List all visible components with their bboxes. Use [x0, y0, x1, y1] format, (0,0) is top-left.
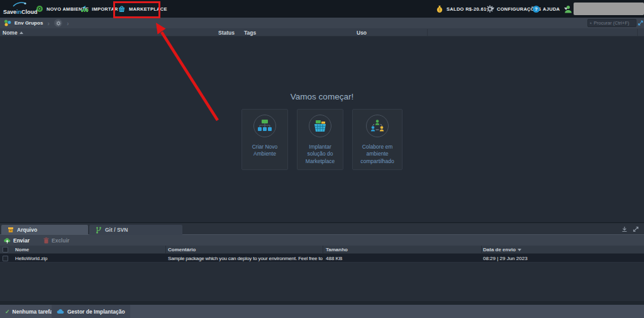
- help-label: AJUDA: [543, 6, 560, 12]
- status-bar: ✓ Nenhuma tarefa ativa Gestor de Implant…: [0, 305, 644, 318]
- archive-icon: [8, 227, 14, 233]
- upload-label: Enviar: [13, 237, 30, 244]
- env-groups-settings-button[interactable]: [54, 19, 62, 27]
- column-header-nome[interactable]: Nome: [15, 246, 29, 254]
- help-icon: ?: [533, 6, 540, 13]
- help-dropdown[interactable]: ? AJUDA: [533, 0, 568, 18]
- column-divider: [323, 246, 323, 253]
- column-divider: [427, 29, 428, 36]
- deploy-marketplace-card[interactable]: Implantar solução do Marketplace: [297, 109, 343, 170]
- saveincloud-logo[interactable]: SaveinCloud: [3, 1, 36, 16]
- deployment-manager-statusbar-tab[interactable]: Gestor de Implantação: [52, 305, 130, 318]
- delete-label: Excluir: [52, 237, 69, 244]
- user-icon[interactable]: [564, 5, 572, 13]
- balance-label: SALDO R$-20.61: [447, 6, 486, 12]
- new-environment-icon: [36, 5, 43, 13]
- breadcrumb-separator: ›: [47, 20, 50, 27]
- import-icon: [80, 5, 89, 13]
- cell-data-envio: 08:29 | 29 Jun 2023: [483, 254, 577, 263]
- breadcrumb-bar: Env Grupos › ›: [0, 18, 644, 28]
- collaborate-card[interactable]: Colabore em ambiente compartilhado: [352, 109, 402, 170]
- deployment-toolbar: Enviar Excluir: [0, 235, 644, 246]
- row-checkbox[interactable]: [3, 254, 8, 263]
- marketplace-icon: [118, 5, 126, 13]
- topbar: SaveinCloud NOVO AMBIENTE IMPORTAR: [0, 0, 644, 18]
- column-divider: [165, 246, 166, 253]
- tab-git-svn-label: Git / SVN: [105, 227, 128, 233]
- column-header-uso[interactable]: Uso: [357, 28, 367, 37]
- deployment-tabs: Arquivo Git / SVN: [0, 224, 644, 235]
- getting-started-title: Vamos começar!: [0, 92, 644, 101]
- upload-cloud-icon: [4, 237, 11, 244]
- panel-window-buttons: [621, 226, 639, 232]
- import-label: IMPORTAR: [92, 6, 118, 12]
- marketplace-basket-icon: [313, 119, 328, 133]
- deploy-marketplace-label: Implantar solução do Marketplace: [300, 144, 340, 165]
- tab-arquivo[interactable]: Arquivo: [1, 225, 88, 235]
- marketplace-button[interactable]: MARKETPLACE: [118, 0, 167, 18]
- tab-git-svn[interactable]: Git / SVN: [89, 225, 182, 235]
- logo-text: SaveinCloud: [3, 9, 38, 15]
- cloud-icon: [57, 309, 64, 314]
- column-header-nome[interactable]: Nome: [3, 28, 23, 37]
- column-header-tamanho[interactable]: Tamanho: [326, 246, 348, 254]
- check-icon: ✓: [5, 309, 10, 315]
- icon-circle: [366, 115, 389, 137]
- upload-button[interactable]: Enviar: [4, 237, 30, 244]
- environments-table-header: Nome Status Tags Uso: [0, 28, 644, 37]
- environments-list-area: Vamos começar! Criar Novo Ambiente: [0, 37, 644, 222]
- column-header-tags[interactable]: Tags: [244, 28, 256, 37]
- tab-arquivo-label: Arquivo: [17, 227, 37, 233]
- icon-circle: [309, 115, 331, 137]
- header-checkbox[interactable]: [3, 246, 8, 254]
- svg-text:!: !: [439, 7, 440, 11]
- sort-asc-icon: [19, 31, 23, 34]
- env-groups-icon: [4, 20, 11, 26]
- money-bag-icon: !: [436, 5, 443, 13]
- getting-started-cards: Criar Novo Ambiente Implantar solução do…: [0, 109, 644, 170]
- breadcrumb-separator: ›: [67, 20, 69, 27]
- search-icon: [590, 21, 592, 26]
- collaboration-icon: [370, 119, 385, 133]
- column-header-status[interactable]: Status: [218, 28, 235, 37]
- import-button[interactable]: IMPORTAR: [80, 0, 118, 18]
- breadcrumb-env-groups[interactable]: Env Grupos: [14, 20, 43, 26]
- redacted-account-name: [574, 3, 644, 15]
- icon-circle: [253, 115, 276, 137]
- sort-desc-icon: [518, 249, 521, 251]
- rocket-swoosh-icon: [12, 1, 27, 8]
- search-box[interactable]: [587, 19, 636, 27]
- getting-started: Vamos começar! Criar Novo Ambiente: [0, 92, 644, 170]
- column-divider: [481, 246, 482, 253]
- new-environment-topology-icon: [257, 119, 272, 133]
- gear-icon: [486, 5, 494, 13]
- deployment-manager-tab-label: Gestor de Implantação: [67, 309, 125, 315]
- create-environment-card[interactable]: Criar Novo Ambiente: [242, 109, 288, 170]
- deployment-manager-panel: Arquivo Git / SVN: [0, 222, 644, 301]
- trash-icon: [43, 237, 49, 244]
- cell-tamanho: 488 KB: [326, 254, 401, 263]
- column-divider: [637, 29, 638, 36]
- cell-nome: HelloWorld.zip: [15, 254, 163, 263]
- search-input[interactable]: [594, 20, 634, 26]
- gear-icon: [56, 21, 61, 26]
- collaborate-label: Colabore em ambiente compartilhado: [355, 144, 399, 165]
- collapse-panel-icon[interactable]: [621, 226, 628, 232]
- git-branch-icon: [96, 227, 102, 234]
- saveincloud-dashboard: SaveinCloud NOVO AMBIENTE IMPORTAR: [0, 0, 644, 318]
- table-row-helloworld[interactable]: HelloWorld.zip Sample package which you …: [0, 254, 644, 263]
- marketplace-label: MARKETPLACE: [129, 6, 167, 12]
- delete-button[interactable]: Excluir: [43, 237, 69, 244]
- create-environment-label: Criar Novo Ambiente: [245, 144, 285, 158]
- expand-panel-icon[interactable]: [633, 226, 639, 232]
- expand-icon[interactable]: [638, 20, 643, 26]
- cell-comentario: Sample package which you can deploy to y…: [168, 254, 323, 263]
- column-header-comentario[interactable]: Comentário: [168, 246, 196, 254]
- deployment-table-header: Nome Comentário Tamanho Data de envio: [0, 246, 644, 254]
- column-header-data-envio[interactable]: Data de envio: [483, 246, 521, 254]
